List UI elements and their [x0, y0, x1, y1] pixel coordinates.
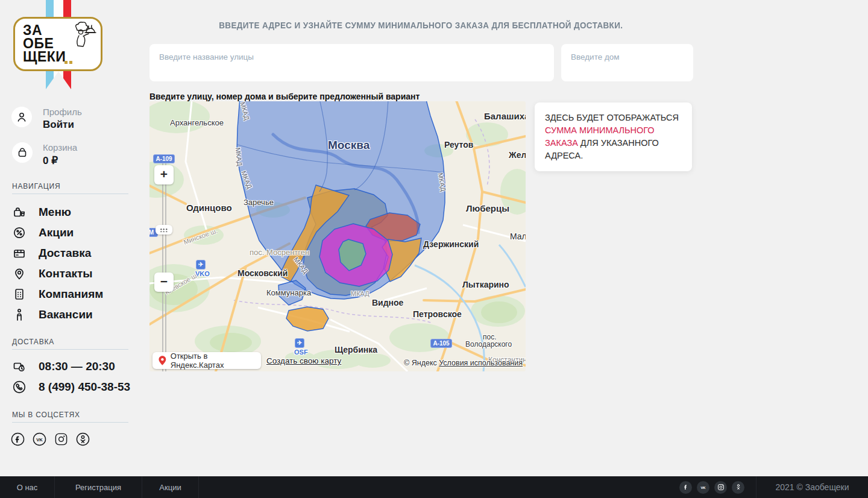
delivery-section-header: ДОСТАВКА: [12, 338, 54, 346]
logo[interactable]: ЗА ОБЕ ЩЕКИ: [13, 17, 102, 71]
open-in-yandex-maps-button[interactable]: Открыть в Яндекс.Картах: [153, 352, 261, 369]
map-labels-layer: АрхангельскоеБалашихаРеутовЖелезнодорожн…: [149, 101, 526, 371]
logo-text: ЗА ОБЕ ЩЕКИ: [23, 24, 66, 63]
vk-icon[interactable]: VK: [33, 432, 46, 446]
create-own-map-link[interactable]: Создать свою карту: [266, 356, 341, 365]
facebook-icon[interactable]: [679, 481, 692, 494]
delivery-box-icon: [12, 246, 27, 260]
road-badge: А-105: [430, 339, 452, 348]
instagram-icon[interactable]: [714, 481, 727, 494]
map-label: Москва: [328, 139, 370, 152]
social-section-header: МЫ В СОЦСЕТЯХ: [12, 411, 80, 419]
map-label: Видное: [372, 298, 403, 307]
sidebar-item-menu[interactable]: Меню: [12, 205, 71, 219]
map-label: пос. Мосрентген: [250, 248, 309, 257]
map-label: Минское ш.: [183, 227, 219, 245]
delivery-zones-map[interactable]: АрхангельскоеБалашихаРеутовЖелезнодорожн…: [149, 101, 526, 371]
street-input[interactable]: [149, 44, 554, 81]
chef-illustration-icon: [64, 20, 98, 54]
location-pin-icon: [12, 266, 27, 281]
map-label: Малаховка: [510, 232, 526, 241]
map-label: МКАД: [234, 147, 244, 166]
odnoklassniki-icon[interactable]: [732, 481, 744, 494]
instagram-icon[interactable]: [54, 432, 68, 446]
map-label: Архангельское: [170, 118, 224, 127]
profile-icon[interactable]: [11, 107, 32, 127]
map-label: Заречье: [244, 198, 274, 207]
facebook-icon[interactable]: [11, 432, 25, 446]
page: ЗА ОБЕ ЩЕКИ Профил: [0, 0, 868, 498]
footer-social-links: VK: [679, 481, 744, 494]
footer-link-registration[interactable]: Регистрация: [55, 476, 142, 498]
map-label: Петровское: [413, 309, 462, 319]
footer-right: VK 2021 © Заобещеки: [679, 476, 868, 498]
map-label: OSF: [294, 348, 308, 356]
divider: [12, 194, 128, 194]
delivery-time-icon: [12, 359, 27, 374]
map-ruler-button[interactable]: [156, 225, 172, 235]
sidebar: ЗА ОБЕ ЩЕКИ Профил: [0, 0, 145, 476]
map-label: Володарского: [465, 340, 512, 348]
map-label: Балашиха: [484, 111, 526, 121]
logo-dots: [64, 61, 72, 64]
sidebar-item-delivery[interactable]: Доставка: [12, 246, 91, 260]
delivery-hours-row: 08:30 — 20:30: [12, 359, 115, 374]
map-label: МКАД: [239, 101, 251, 121]
nav-section-header: НАВИГАЦИЯ: [12, 182, 60, 191]
cart-label: Корзина: [43, 142, 77, 153]
ruler-dots-icon: [160, 228, 168, 232]
menu-bag-icon: [12, 205, 27, 219]
odnoklassniki-icon[interactable]: [76, 432, 90, 446]
svg-text:VK: VK: [700, 485, 706, 489]
divider: [12, 422, 128, 423]
address-instruction: Введите улицу, номер дома и выберите пре…: [149, 92, 420, 101]
map-label: МКАД: [240, 170, 254, 190]
company-icon: [12, 287, 27, 301]
copyright: 2021 © Заобещеки: [756, 482, 868, 492]
phone-row[interactable]: 8 (499) 450-38-53: [12, 380, 130, 394]
sidebar-item-companies[interactable]: Компаниям: [12, 287, 103, 301]
map-label: Щербинка: [335, 345, 377, 355]
map-label: Реутов: [444, 140, 473, 150]
login-link[interactable]: Войти: [43, 119, 74, 131]
map-label: Коммунарка: [266, 288, 311, 297]
discount-icon: [12, 225, 27, 240]
yandex-pin-icon: [159, 355, 166, 366]
airport-icon: ✈: [295, 338, 304, 348]
map-zoom-in-button[interactable]: +: [154, 165, 174, 184]
phone-number[interactable]: 8 (499) 450-38-53: [39, 380, 130, 394]
footer-link-about[interactable]: О нас: [0, 476, 55, 498]
house-input[interactable]: [561, 44, 693, 81]
phone-icon: [12, 380, 27, 394]
cart-total[interactable]: 0 ₽: [43, 154, 58, 167]
divider: [12, 349, 128, 350]
map-label: Одинцово: [186, 203, 232, 213]
map-attribution: © Яндекс Условия использования: [404, 359, 523, 367]
road-badge: А-109: [153, 154, 175, 163]
page-title: ВВЕДИТЕ АДРЕС И УЗНАЙТЕ СУММУ МИНИМАЛЬНО…: [149, 20, 692, 31]
footer-link-promos[interactable]: Акции: [142, 476, 199, 498]
cart-bag-icon: [16, 146, 29, 159]
delivery-hours: 08:30 — 20:30: [39, 360, 115, 373]
person-icon: [15, 110, 28, 124]
map-label: Железнодорожный: [509, 150, 526, 160]
terms-of-use-link[interactable]: Условия использования: [439, 359, 523, 367]
sidebar-item-vacancies[interactable]: Вакансии: [12, 307, 93, 322]
social-links: VK: [11, 432, 90, 446]
vk-icon[interactable]: VK: [697, 481, 709, 494]
map-label: Московский: [237, 268, 288, 278]
sidebar-item-promos[interactable]: Акции: [12, 225, 74, 240]
map-label: Люберцы: [466, 203, 509, 213]
map-label: Лыткарино: [462, 280, 509, 289]
cart-icon-wrap[interactable]: [12, 142, 33, 163]
map-zoom-out-button[interactable]: −: [154, 273, 174, 292]
airport-icon: ✈: [196, 260, 206, 269]
map-label: Дзержинский: [423, 239, 479, 249]
footer: О нас Регистрация Акции VK: [0, 476, 868, 498]
sidebar-item-contacts[interactable]: Контакты: [12, 266, 93, 281]
svg-text:VK: VK: [36, 437, 43, 443]
profile-label: Профиль: [43, 107, 82, 117]
map-label: МКАД: [292, 256, 309, 275]
map-label: МКАД: [351, 290, 370, 297]
map-label: МКАД: [437, 172, 447, 192]
